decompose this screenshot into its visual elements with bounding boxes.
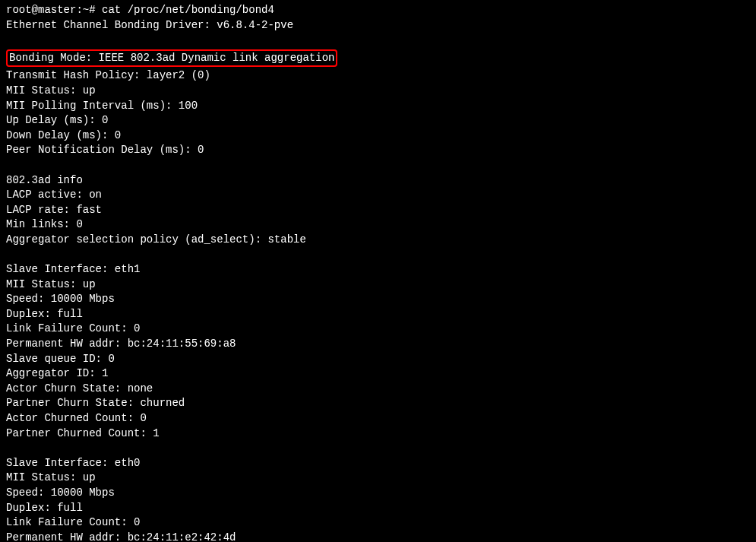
blank-line <box>6 158 750 173</box>
slave-line: Slave Interface: eth0 <box>6 456 750 471</box>
slave-line: Speed: 10000 Mbps <box>6 486 750 501</box>
output-line: Aggregator selection policy (ad_select):… <box>6 233 750 248</box>
output-line: Min links: 0 <box>6 217 750 233</box>
output-line: Peer Notification Delay (ms): 0 <box>6 143 750 158</box>
output-line: Down Delay (ms): 0 <box>6 128 750 144</box>
slave-line: Partner Churn State: churned <box>6 396 750 411</box>
slave-line: Permanent HW addr: bc:24:11:e2:42:4d <box>6 531 750 542</box>
slave-line: Link Failure Count: 0 <box>6 515 750 531</box>
output-line: 802.3ad info <box>6 173 750 189</box>
command-text: cat /proc/net/bonding/bond4 <box>102 4 274 16</box>
slave-line: Partner Churned Count: 1 <box>6 426 750 442</box>
output-line: Up Delay (ms): 0 <box>6 113 750 128</box>
output-line: LACP active: on <box>6 188 750 203</box>
output-line: MII Status: up <box>6 84 750 99</box>
command-line: root@master:~# cat /proc/net/bonding/bon… <box>6 3 750 18</box>
driver-line: Ethernet Channel Bonding Driver: v6.8.4-… <box>6 18 750 33</box>
slave-line: Duplex: full <box>6 307 750 322</box>
slave-line: Actor Churn State: none <box>6 382 750 397</box>
blank-line <box>6 33 750 48</box>
slave-line: MII Status: up <box>6 277 750 293</box>
bonding-mode-highlight: Bonding Mode: IEEE 802.3ad Dynamic link … <box>6 49 337 68</box>
slave-line: Aggregator ID: 1 <box>6 366 750 382</box>
blank-line <box>6 441 750 456</box>
slave-line: Slave Interface: eth1 <box>6 262 750 277</box>
slave-line: Duplex: full <box>6 501 750 516</box>
slave-line: Slave queue ID: 0 <box>6 352 750 367</box>
blank-line <box>6 248 750 263</box>
output-line: Transmit Hash Policy: layer2 (0) <box>6 68 750 84</box>
slave-line: Actor Churned Count: 0 <box>6 411 750 426</box>
output-line: MII Polling Interval (ms): 100 <box>6 99 750 114</box>
slave-line: Speed: 10000 Mbps <box>6 292 750 307</box>
slave-line: Link Failure Count: 0 <box>6 322 750 337</box>
slave-line: MII Status: up <box>6 471 750 486</box>
slave-line: Permanent HW addr: bc:24:11:55:69:a8 <box>6 337 750 352</box>
shell-prompt: root@master:~# <box>6 4 102 16</box>
output-line: LACP rate: fast <box>6 203 750 218</box>
